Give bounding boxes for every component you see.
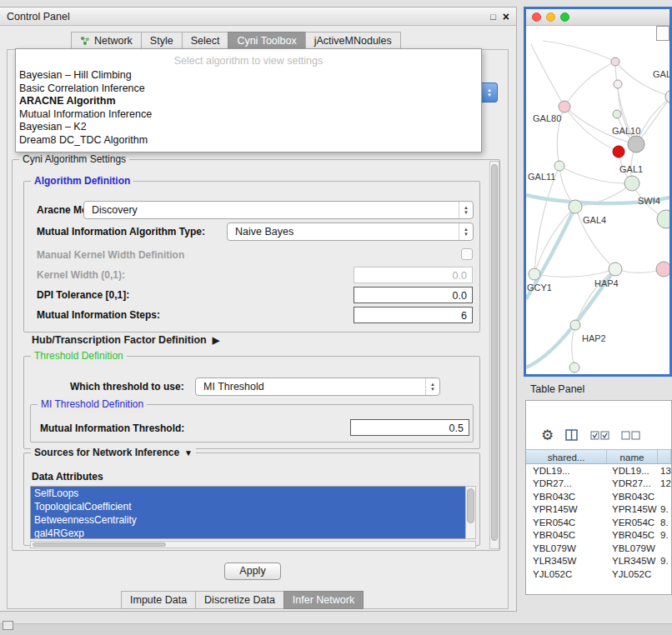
table-row[interactable]: YJL052CYJL052C [526, 568, 671, 581]
mi-type-select[interactable]: Naive Bayes ▲▼ [227, 222, 474, 241]
table-row[interactable]: YDL19...YDL19...13 [526, 464, 671, 478]
algorithm-option-bayesian-hill-climbing[interactable]: Bayesian – Hill Climbing [16, 69, 481, 82]
minimized-panel-icon[interactable] [3, 621, 13, 630]
network-edge[interactable] [531, 44, 564, 107]
mi-steps-field[interactable]: 6 [354, 307, 473, 323]
network-canvas[interactable]: GAL80GAL10GAL11GAL1SWI4GAL4GCY1HAP4HAP2G… [526, 26, 669, 374]
network-node-gal1[interactable] [624, 176, 639, 191]
data-attributes-list[interactable]: SelfLoopsTopologicalCoefficientBetweenne… [30, 486, 465, 539]
node-label: GAL11 [528, 172, 555, 182]
network-node[interactable] [656, 262, 669, 277]
algorithm-option-dream8-dc-tdc-algorithm[interactable]: Dream8 DC_TDC Algorithm [16, 134, 481, 148]
mi-threshold-field[interactable]: 0.5 [350, 419, 469, 436]
algorithm-option-mutual-information-inference[interactable]: Mutual Information Inference [16, 108, 481, 122]
network-edge[interactable] [615, 62, 669, 97]
network-node-gcy1[interactable] [529, 268, 540, 280]
network-node-gal10[interactable] [628, 136, 644, 152]
dpi-tolerance-field[interactable]: 0.0 [354, 287, 473, 303]
bottom-tab-label: Infer Network [293, 594, 354, 608]
table-row[interactable]: YBR045CYBR045C9. [526, 529, 671, 542]
column-header[interactable]: shared... [526, 450, 607, 463]
attributes-hscrollbar-thumb[interactable] [33, 542, 166, 547]
bottom-tab-impute-data[interactable]: Impute Data [121, 591, 196, 609]
deselect-all-icon[interactable] [621, 431, 640, 440]
network-node-hap2[interactable] [570, 320, 580, 330]
tab-cyni-toolbox[interactable]: Cyni Toolbox [228, 32, 305, 50]
algorithm-option-aracne-algorithm[interactable]: ARACNE Algorithm [16, 95, 481, 108]
columns-icon[interactable] [565, 429, 579, 442]
algorithm-combo-stepper[interactable]: ▲ ▼ [482, 82, 498, 102]
table-row[interactable]: YBR043CYBR043C [526, 490, 671, 503]
network-window-titlebar[interactable] [526, 9, 669, 26]
control-panel-titlebar[interactable]: Control Panel □ × [0, 8, 516, 26]
network-node[interactable] [614, 80, 622, 88]
float-window-icon[interactable]: □ [490, 12, 496, 22]
network-node[interactable] [569, 362, 579, 372]
apply-button[interactable]: Apply [224, 562, 281, 580]
select-all-icon[interactable] [590, 431, 609, 440]
settings-gear-icon[interactable]: ⚙ [541, 428, 554, 442]
network-node-gal11[interactable] [554, 161, 564, 171]
settings-scrollbar[interactable] [489, 161, 499, 549]
table-row[interactable]: YLR345WYLR345W9. [526, 555, 671, 568]
attributes-scrollbar-thumb[interactable] [467, 488, 474, 523]
attributes-scrollbar[interactable] [465, 486, 476, 539]
network-node[interactable] [611, 58, 619, 66]
column-header[interactable]: name [607, 450, 658, 463]
bottom-tab-discretize-data[interactable]: Discretize Data [195, 591, 284, 609]
network-node[interactable] [613, 146, 624, 158]
table-row[interactable]: YER054CYER054C8. [526, 516, 671, 529]
tab-style[interactable]: Style [141, 32, 183, 50]
attribute-item[interactable]: TopologicalCoefficient [31, 500, 465, 513]
network-edge[interactable] [572, 325, 575, 368]
combo-stepper-icon[interactable]: ▲▼ [459, 223, 473, 240]
table-cell [658, 490, 671, 503]
table-cell: YLR345W [526, 555, 607, 568]
tab-select[interactable]: Select [182, 32, 229, 50]
network-node-swi4[interactable] [657, 210, 669, 228]
bottom-tab-infer-network[interactable]: Infer Network [283, 591, 364, 609]
table-row[interactable]: YPR145WYPR145W9. [526, 503, 671, 517]
network-node-hap4[interactable] [609, 262, 622, 276]
attribute-item[interactable]: gal4RGexp [31, 527, 465, 539]
zoom-traffic-light[interactable] [560, 12, 569, 22]
settings-scrollbar-thumb[interactable] [491, 164, 498, 541]
tab-label: Cyni Toolbox [237, 35, 296, 49]
manual-kernel-checkbox[interactable] [461, 248, 473, 260]
network-node[interactable] [613, 110, 621, 118]
network-node-gal4[interactable] [569, 200, 582, 213]
network-edge[interactable] [534, 166, 559, 274]
algorithm-definition-title: Algorithm Definition [31, 175, 133, 187]
table-cell: YBL079W [526, 542, 607, 555]
tab-jactivemnodules[interactable]: jActiveMNodules [305, 32, 401, 50]
attributes-hscrollbar[interactable] [30, 541, 476, 548]
network-edge[interactable] [543, 41, 615, 62]
sources-title[interactable]: Sources for Network Inference ▼ [31, 447, 196, 458]
combo-stepper-icon[interactable]: ▲▼ [459, 202, 473, 218]
column-header[interactable] [658, 450, 671, 463]
table-row[interactable]: YDR27...YDR27...12 [526, 478, 671, 491]
network-view-window[interactable]: GAL80GAL10GAL11GAL1SWI4GAL4GCY1HAP4HAP2G… [524, 7, 672, 377]
aracne-mode-select[interactable]: Discovery ▲▼ [83, 201, 474, 219]
table-row[interactable]: YBL079WYBL079W [526, 542, 671, 555]
attribute-item[interactable]: SelfLoops [31, 487, 465, 500]
node-label: SWI4 [638, 196, 660, 206]
network-node-gal80[interactable] [559, 101, 570, 112]
close-icon[interactable]: × [503, 10, 509, 23]
which-threshold-select[interactable]: MI Threshold ▲▼ [195, 378, 440, 396]
attribute-item[interactable]: BetweennessCentrality [31, 513, 465, 527]
network-edge[interactable] [534, 269, 615, 277]
algorithm-option-bayesian-k2[interactable]: Bayesian – K2 [16, 121, 481, 134]
tab-network[interactable]: Network [71, 32, 142, 50]
minimize-traffic-light[interactable] [546, 12, 555, 22]
algorithm-option-basic-correlation-inference[interactable]: Basic Correlation Inference [16, 82, 481, 96]
hub-tf-section-toggle[interactable]: Hub/Transcription Factor Definition ▶ [32, 334, 219, 346]
network-edge[interactable] [564, 62, 615, 107]
close-traffic-light[interactable] [532, 12, 541, 22]
table-cell: 13 [658, 464, 671, 478]
combo-stepper-icon[interactable]: ▲▼ [425, 378, 439, 395]
kernel-width-label: Kernel Width (0,1): [37, 269, 125, 281]
birdseye-box[interactable] [656, 26, 669, 41]
chevron-right-icon: ▶ [213, 335, 219, 346]
kernel-width-field[interactable]: 0.0 [354, 267, 473, 283]
